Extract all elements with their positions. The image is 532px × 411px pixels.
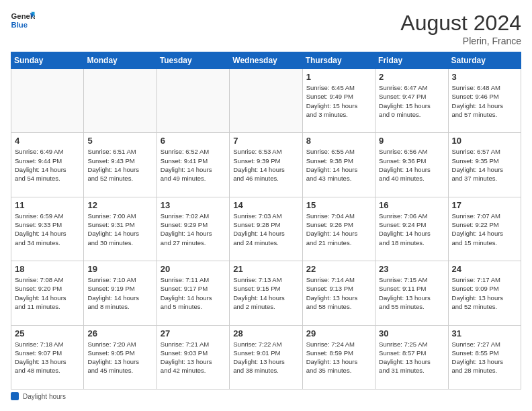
- calendar-cell: 30Sunrise: 7:25 AM Sunset: 8:57 PM Dayli…: [375, 325, 448, 389]
- logo-icon: General Blue: [11, 11, 35, 30]
- day-number: 19: [87, 264, 152, 274]
- location: Plerin, France: [400, 36, 521, 46]
- calendar-table: Sunday Monday Tuesday Wednesday Thursday…: [11, 52, 521, 390]
- day-info: Sunrise: 7:24 AM Sunset: 8:59 PM Dayligh…: [306, 340, 371, 375]
- col-friday: Friday: [375, 52, 448, 69]
- calendar-week-2: 11Sunrise: 6:59 AM Sunset: 9:33 PM Dayli…: [11, 197, 521, 261]
- day-number: 1: [306, 72, 371, 82]
- calendar-cell: 8Sunrise: 6:55 AM Sunset: 9:38 PM Daylig…: [302, 133, 375, 197]
- header: General Blue August 2024 Plerin, France: [11, 11, 521, 46]
- day-number: 20: [161, 264, 226, 274]
- calendar-week-4: 25Sunrise: 7:18 AM Sunset: 9:07 PM Dayli…: [11, 325, 521, 389]
- day-info: Sunrise: 7:07 AM Sunset: 9:22 PM Dayligh…: [452, 212, 517, 247]
- calendar-cell: 2Sunrise: 6:47 AM Sunset: 9:47 PM Daylig…: [375, 69, 448, 133]
- day-number: 30: [379, 328, 444, 338]
- day-number: 12: [87, 200, 152, 210]
- calendar-cell: [157, 69, 229, 133]
- calendar-cell: 31Sunrise: 7:27 AM Sunset: 8:55 PM Dayli…: [448, 325, 521, 389]
- day-number: 13: [161, 200, 226, 210]
- calendar-cell: 19Sunrise: 7:10 AM Sunset: 9:19 PM Dayli…: [84, 261, 157, 325]
- day-info: Sunrise: 7:17 AM Sunset: 9:09 PM Dayligh…: [452, 275, 517, 311]
- calendar-week-0: 1Sunrise: 6:45 AM Sunset: 9:49 PM Daylig…: [11, 69, 521, 133]
- day-info: Sunrise: 6:57 AM Sunset: 9:35 PM Dayligh…: [452, 147, 517, 183]
- day-number: 2: [379, 72, 444, 82]
- day-info: Sunrise: 6:49 AM Sunset: 9:44 PM Dayligh…: [15, 147, 80, 183]
- month-year: August 2024: [400, 11, 521, 36]
- day-info: Sunrise: 6:53 AM Sunset: 9:39 PM Dayligh…: [233, 147, 298, 183]
- calendar-cell: 11Sunrise: 6:59 AM Sunset: 9:33 PM Dayli…: [11, 197, 84, 261]
- calendar-cell: 12Sunrise: 7:00 AM Sunset: 9:31 PM Dayli…: [84, 197, 157, 261]
- page: General Blue August 2024 Plerin, France …: [0, 0, 532, 411]
- calendar-cell: 13Sunrise: 7:02 AM Sunset: 9:29 PM Dayli…: [157, 197, 229, 261]
- calendar-cell: 28Sunrise: 7:22 AM Sunset: 9:01 PM Dayli…: [230, 325, 302, 389]
- col-monday: Monday: [84, 52, 157, 69]
- day-number: 3: [452, 72, 517, 82]
- day-number: 21: [233, 264, 298, 274]
- calendar-cell: 27Sunrise: 7:21 AM Sunset: 9:03 PM Dayli…: [157, 325, 229, 389]
- day-info: Sunrise: 7:03 AM Sunset: 9:28 PM Dayligh…: [233, 212, 298, 247]
- day-info: Sunrise: 7:08 AM Sunset: 9:20 PM Dayligh…: [15, 275, 80, 311]
- calendar-cell: 20Sunrise: 7:11 AM Sunset: 9:17 PM Dayli…: [157, 261, 229, 325]
- day-info: Sunrise: 7:04 AM Sunset: 9:26 PM Dayligh…: [306, 212, 371, 247]
- calendar-cell: [230, 69, 302, 133]
- day-number: 11: [15, 200, 80, 210]
- day-info: Sunrise: 6:52 AM Sunset: 9:41 PM Dayligh…: [161, 147, 226, 183]
- calendar-cell: 24Sunrise: 7:17 AM Sunset: 9:09 PM Dayli…: [448, 261, 521, 325]
- day-number: 8: [306, 136, 371, 146]
- day-number: 9: [379, 136, 444, 146]
- calendar-cell: 4Sunrise: 6:49 AM Sunset: 9:44 PM Daylig…: [11, 133, 84, 197]
- calendar-cell: 22Sunrise: 7:14 AM Sunset: 9:13 PM Dayli…: [302, 261, 375, 325]
- day-info: Sunrise: 7:02 AM Sunset: 9:29 PM Dayligh…: [161, 212, 226, 247]
- col-sunday: Sunday: [11, 52, 84, 69]
- calendar-week-1: 4Sunrise: 6:49 AM Sunset: 9:44 PM Daylig…: [11, 133, 521, 197]
- day-info: Sunrise: 6:55 AM Sunset: 9:38 PM Dayligh…: [306, 147, 371, 183]
- day-info: Sunrise: 7:20 AM Sunset: 9:05 PM Dayligh…: [87, 340, 152, 375]
- calendar-week-3: 18Sunrise: 7:08 AM Sunset: 9:20 PM Dayli…: [11, 261, 521, 325]
- day-number: 6: [161, 136, 226, 146]
- day-number: 22: [306, 264, 371, 274]
- day-info: Sunrise: 7:15 AM Sunset: 9:11 PM Dayligh…: [379, 275, 444, 311]
- calendar-cell: 29Sunrise: 7:24 AM Sunset: 8:59 PM Dayli…: [302, 325, 375, 389]
- svg-text:Blue: Blue: [11, 21, 28, 29]
- calendar-cell: 5Sunrise: 6:51 AM Sunset: 9:43 PM Daylig…: [84, 133, 157, 197]
- calendar-cell: 21Sunrise: 7:13 AM Sunset: 9:15 PM Dayli…: [230, 261, 302, 325]
- day-number: 7: [233, 136, 298, 146]
- day-number: 10: [452, 136, 517, 146]
- day-info: Sunrise: 7:18 AM Sunset: 9:07 PM Dayligh…: [15, 340, 80, 375]
- calendar-cell: 23Sunrise: 7:15 AM Sunset: 9:11 PM Dayli…: [375, 261, 448, 325]
- day-number: 18: [15, 264, 80, 274]
- footer-label: Daylight hours: [23, 393, 66, 400]
- calendar-cell: 18Sunrise: 7:08 AM Sunset: 9:20 PM Dayli…: [11, 261, 84, 325]
- day-number: 29: [306, 328, 371, 338]
- day-number: 28: [233, 328, 298, 338]
- day-number: 4: [15, 136, 80, 146]
- calendar-cell: 15Sunrise: 7:04 AM Sunset: 9:26 PM Dayli…: [302, 197, 375, 261]
- day-info: Sunrise: 7:10 AM Sunset: 9:19 PM Dayligh…: [87, 275, 152, 311]
- day-number: 24: [452, 264, 517, 274]
- logo: General Blue: [11, 11, 35, 30]
- day-info: Sunrise: 7:27 AM Sunset: 8:55 PM Dayligh…: [452, 340, 517, 375]
- calendar-cell: 16Sunrise: 7:06 AM Sunset: 9:24 PM Dayli…: [375, 197, 448, 261]
- day-info: Sunrise: 6:51 AM Sunset: 9:43 PM Dayligh…: [87, 147, 152, 183]
- day-info: Sunrise: 7:21 AM Sunset: 9:03 PM Dayligh…: [161, 340, 226, 375]
- col-wednesday: Wednesday: [230, 52, 302, 69]
- calendar-cell: 1Sunrise: 6:45 AM Sunset: 9:49 PM Daylig…: [302, 69, 375, 133]
- day-info: Sunrise: 6:45 AM Sunset: 9:49 PM Dayligh…: [306, 83, 371, 119]
- day-number: 25: [15, 328, 80, 338]
- day-info: Sunrise: 6:47 AM Sunset: 9:47 PM Dayligh…: [379, 83, 444, 119]
- day-info: Sunrise: 7:00 AM Sunset: 9:31 PM Dayligh…: [87, 212, 152, 247]
- col-thursday: Thursday: [302, 52, 375, 69]
- day-number: 26: [87, 328, 152, 338]
- day-info: Sunrise: 6:48 AM Sunset: 9:46 PM Dayligh…: [452, 83, 517, 119]
- day-number: 17: [452, 200, 517, 210]
- day-info: Sunrise: 6:56 AM Sunset: 9:36 PM Dayligh…: [379, 147, 444, 183]
- calendar-cell: 10Sunrise: 6:57 AM Sunset: 9:35 PM Dayli…: [448, 133, 521, 197]
- calendar-cell: 9Sunrise: 6:56 AM Sunset: 9:36 PM Daylig…: [375, 133, 448, 197]
- calendar-cell: 25Sunrise: 7:18 AM Sunset: 9:07 PM Dayli…: [11, 325, 84, 389]
- day-number: 31: [452, 328, 517, 338]
- day-info: Sunrise: 7:11 AM Sunset: 9:17 PM Dayligh…: [161, 275, 226, 311]
- day-info: Sunrise: 7:25 AM Sunset: 8:57 PM Dayligh…: [379, 340, 444, 375]
- day-info: Sunrise: 7:13 AM Sunset: 9:15 PM Dayligh…: [233, 275, 298, 311]
- day-number: 16: [379, 200, 444, 210]
- day-info: Sunrise: 6:59 AM Sunset: 9:33 PM Dayligh…: [15, 212, 80, 247]
